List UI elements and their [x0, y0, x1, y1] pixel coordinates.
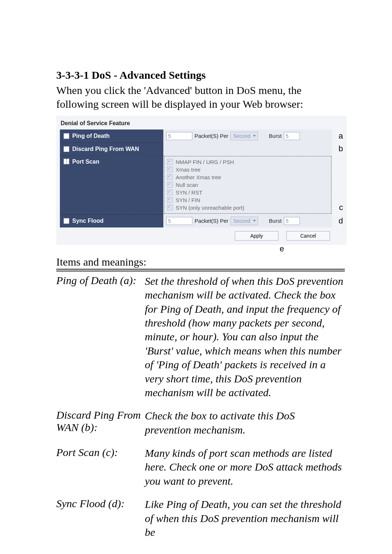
table-row: Discard Ping From WAN (b): Check the box…: [56, 406, 345, 443]
checkbox-disabled: [167, 197, 173, 203]
ping-unit-select[interactable]: Second: [230, 132, 258, 140]
row-label-discard-wan: Discard Ping From WAN: [60, 143, 163, 155]
ps-label: SYN (only unreachable port): [176, 205, 244, 211]
item-term: Sync Flood (d):: [56, 495, 145, 546]
row-controls-ping-of-death: 5 Packet(S) Per Second Burst 5: [163, 130, 332, 143]
checkbox-sync-flood[interactable]: [64, 218, 69, 224]
ps-label: NMAP FIN / URG / PSH: [176, 159, 234, 165]
document-page: 3-3-3-1 DoS - Advanced Settings When you…: [0, 0, 392, 554]
checkbox-discard-wan[interactable]: [64, 146, 69, 152]
ps-label: Null scan: [176, 182, 198, 188]
label-text: Discard Ping From WAN: [72, 146, 139, 152]
checkbox-disabled: [167, 159, 173, 165]
row-label-sync-flood: Sync Flood: [60, 214, 163, 227]
action-bar: Apply Cancel: [60, 227, 343, 242]
port-scan-item: Null scan: [167, 182, 328, 188]
cancel-button[interactable]: Cancel: [286, 231, 330, 241]
item-term: Ping of Death (a):: [56, 271, 145, 406]
row-controls-port-scan: NMAP FIN / URG / PSH Xmas tree Another X…: [163, 155, 332, 214]
checkbox-ping-of-death[interactable]: [64, 133, 69, 139]
item-definition: Like Ping of Death, you can set the thre…: [145, 495, 345, 546]
sync-threshold-input[interactable]: 5: [166, 217, 192, 225]
ps-label: SYN / RST: [176, 189, 202, 196]
checkbox-disabled: [167, 174, 173, 180]
annotation-letter-e: e: [219, 244, 345, 254]
port-scan-item: SYN / FIN: [167, 197, 328, 203]
apply-button[interactable]: Apply: [235, 231, 278, 241]
annotation-letter-a: a: [332, 130, 343, 143]
row-discard-wan: Discard Ping From WAN b: [60, 143, 343, 155]
row-controls-sync-flood: 5 Packet(S) Per Second Burst 5: [163, 214, 332, 227]
port-scan-item: SYN (only unreachable port): [167, 205, 328, 211]
panel-title: Denial of Service Feature: [60, 119, 343, 130]
ping-threshold-input[interactable]: 5: [166, 132, 192, 140]
item-term: Discard Ping From WAN (b):: [56, 406, 145, 443]
port-scan-item: Another Xmas tree: [167, 174, 328, 180]
item-definition: Many kinds of port scan methods are list…: [145, 443, 345, 495]
row-label-port-scan: Port Scan: [60, 155, 163, 214]
table-row: Sync Flood (d): Like Ping of Death, you …: [56, 495, 345, 546]
row-controls-discard-wan: [163, 143, 332, 155]
checkbox-disabled: [167, 182, 173, 188]
intro-paragraph: When you click the 'Advanced' button in …: [56, 83, 345, 111]
label-text: Port Scan: [72, 159, 99, 165]
port-scan-list: NMAP FIN / URG / PSH Xmas tree Another X…: [166, 157, 329, 212]
table-row: Ping of Death (a): Set the threshold of …: [56, 271, 345, 406]
ps-label: SYN / FIN: [176, 197, 200, 203]
ping-burst-input[interactable]: 5: [284, 132, 300, 140]
port-scan-item: NMAP FIN / URG / PSH: [167, 159, 328, 165]
label-text: Sync Flood: [72, 218, 103, 224]
burst-label: Burst: [269, 133, 282, 139]
ps-label: Xmas tree: [176, 167, 200, 173]
annotation-letter-d: d: [332, 214, 343, 227]
item-term: Port Scan (c):: [56, 443, 145, 495]
row-label-ping-of-death: Ping of Death: [60, 130, 163, 143]
checkbox-disabled: [167, 205, 173, 210]
checkbox-disabled: [167, 189, 173, 195]
dos-settings-screenshot: Denial of Service Feature Ping of Death …: [56, 116, 347, 245]
sync-unit-select[interactable]: Second: [230, 217, 258, 225]
table-row: Port Scan (c): Many kinds of port scan m…: [56, 443, 345, 495]
checkbox-disabled: [167, 167, 173, 172]
item-definition: Set the threshold of when this DoS preve…: [145, 271, 345, 406]
section-heading: 3-3-3-1 DoS - Advanced Settings: [56, 69, 345, 81]
row-port-scan: Port Scan NMAP FIN / URG / PSH Xmas tree…: [60, 155, 343, 214]
packets-per-label: Packet(S) Per: [195, 218, 228, 224]
port-scan-item: Xmas tree: [167, 167, 328, 173]
row-sync-flood: Sync Flood 5 Packet(S) Per Second Burst …: [60, 214, 343, 227]
sync-burst-input[interactable]: 5: [284, 217, 300, 225]
port-scan-item: SYN / RST: [167, 189, 328, 196]
annotation-letter-b: b: [332, 143, 343, 155]
items-table: Ping of Death (a): Set the threshold of …: [56, 271, 345, 546]
label-text: Ping of Death: [72, 133, 110, 139]
packets-per-label: Packet(S) Per: [195, 133, 228, 139]
checkbox-port-scan[interactable]: [64, 159, 69, 164]
items-heading: Items and meanings:: [56, 256, 345, 270]
item-definition: Check the box to activate this DoS preve…: [145, 406, 345, 443]
annotation-letter-c: c: [332, 155, 343, 214]
burst-label: Burst: [269, 218, 282, 224]
row-ping-of-death: Ping of Death 5 Packet(S) Per Second Bur…: [60, 130, 343, 143]
ps-label: Another Xmas tree: [176, 174, 221, 180]
